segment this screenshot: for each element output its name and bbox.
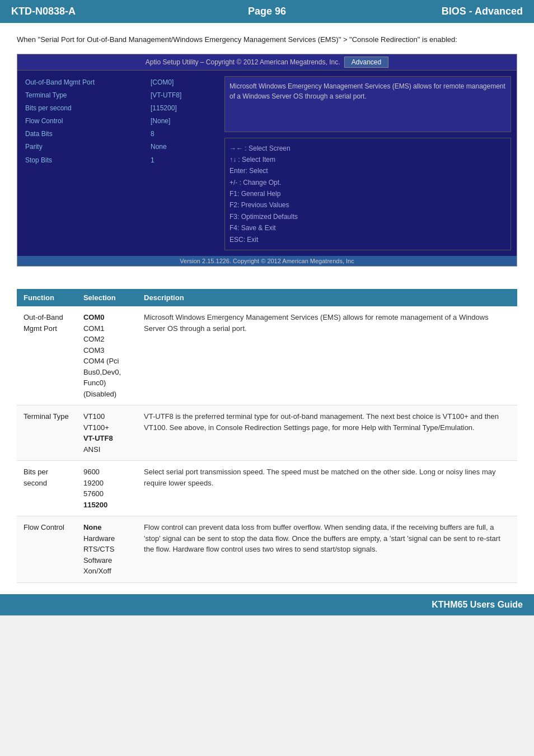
bios-right-panel: Microsoft Windows Emergency Management S… <box>219 76 511 251</box>
cell-selection-2: 96001920057600115200 <box>77 461 137 516</box>
bios-item-0: Out-of-Band Mgmt Port <box>23 76 140 89</box>
cell-function-2: Bits per second <box>17 461 77 516</box>
help-item: +/- : Change Opt. <box>229 177 506 188</box>
table-row: Terminal TypeVT100VT100+VT-UTF8ANSIVT-UT… <box>17 405 517 461</box>
help-item: F2: Previous Values <box>229 199 506 211</box>
bios-center-panel: [COM0][VT-UTF8][115200][None]8None1 <box>146 76 219 251</box>
col-selection: Selection <box>77 289 137 306</box>
table-header: Function Selection Description <box>17 289 517 306</box>
help-item: F4: Save & Exit <box>229 222 506 234</box>
cell-function-0: Out-of-Band Mgmt Port <box>17 306 77 405</box>
table-section: Function Selection Description Out-of-Ba… <box>0 289 534 594</box>
main-content: When "Serial Port for Out-of-Band Manage… <box>0 23 534 289</box>
bios-footer: Version 2.15.1226. Copyright © 2012 Amer… <box>17 256 517 266</box>
bios-item-3: Flow Control <box>23 115 140 128</box>
table-row: Out-of-Band Mgmt PortCOM0COM1COM2COM3COM… <box>17 306 517 405</box>
intro-text: When "Serial Port for Out-of-Band Manage… <box>17 34 517 45</box>
page-footer: KTHM65 Users Guide <box>0 594 534 615</box>
bios-item-2: Bits per second <box>23 102 140 115</box>
cell-description-2: Select serial port transmission speed. T… <box>137 461 517 516</box>
col-description: Description <box>137 289 517 306</box>
table-row: Flow ControlNoneHardware RTS/CTSSoftware… <box>17 516 517 583</box>
cell-function-3: Flow Control <box>17 516 77 583</box>
cell-function-1: Terminal Type <box>17 405 77 461</box>
cell-description-1: VT-UTF8 is the preferred terminal type f… <box>137 405 517 461</box>
page-header: KTD-N0838-A Page 96 BIOS - Advanced <box>0 0 534 23</box>
bios-item-6: Stop Bits <box>23 154 140 167</box>
bios-val-0: [COM0] <box>148 76 219 89</box>
bios-help: →← : Select Screen↑↓ : Select ItemEnter:… <box>224 138 511 251</box>
help-item: →← : Select Screen <box>229 143 506 154</box>
col-function: Function <box>17 289 77 306</box>
bios-item-4: Data Bits <box>23 128 140 141</box>
bios-panel: Aptio Setup Utility – Copyright © 2012 A… <box>17 54 517 267</box>
help-item: F1: General Help <box>229 188 506 199</box>
header-section: BIOS - Advanced <box>352 6 523 17</box>
bios-val-2: [115200] <box>148 102 219 115</box>
cell-description-3: Flow control can prevent data loss from … <box>137 516 517 583</box>
footer-text: KTHM65 Users Guide <box>432 600 523 609</box>
cell-selection-1: VT100VT100+VT-UTF8ANSI <box>77 405 137 461</box>
bios-tab[interactable]: Advanced <box>344 57 388 68</box>
table-body: Out-of-Band Mgmt PortCOM0COM1COM2COM3COM… <box>17 306 517 582</box>
bios-val-5: None <box>148 141 219 153</box>
table-row: Bits per second96001920057600115200Selec… <box>17 461 517 516</box>
bios-title-text: Aptio Setup Utility – Copyright © 2012 A… <box>146 58 342 66</box>
cell-description-0: Microsoft Windows Emergency Management S… <box>137 306 517 405</box>
help-item: F3: Optimized Defaults <box>229 211 506 222</box>
header-model: KTD-N0838-A <box>11 6 182 17</box>
bios-val-4: 8 <box>148 128 219 141</box>
bios-val-3: [None] <box>148 115 219 128</box>
header-page: Page 96 <box>182 6 353 17</box>
bios-description: Microsoft Windows Emergency Management S… <box>224 76 511 132</box>
bios-val-1: [VT-UTF8] <box>148 89 219 102</box>
bios-title-bar: Aptio Setup Utility – Copyright © 2012 A… <box>17 54 517 71</box>
help-item: ESC: Exit <box>229 234 506 245</box>
bios-left-panel: Out-of-Band Mgmt PortTerminal TypeBits p… <box>23 76 146 251</box>
bios-item-1: Terminal Type <box>23 89 140 102</box>
cell-selection-0: COM0COM1COM2COM3COM4 (PciBus0,Dev0, Func… <box>77 306 137 405</box>
function-table: Function Selection Description Out-of-Ba… <box>17 289 517 583</box>
bios-body: Out-of-Band Mgmt PortTerminal TypeBits p… <box>17 71 517 256</box>
cell-selection-3: NoneHardware RTS/CTSSoftware Xon/Xoff <box>77 516 137 583</box>
bios-val-6: 1 <box>148 154 219 167</box>
help-item: ↑↓ : Select Item <box>229 154 506 165</box>
help-item: Enter: Select <box>229 165 506 176</box>
bios-item-5: Parity <box>23 141 140 153</box>
